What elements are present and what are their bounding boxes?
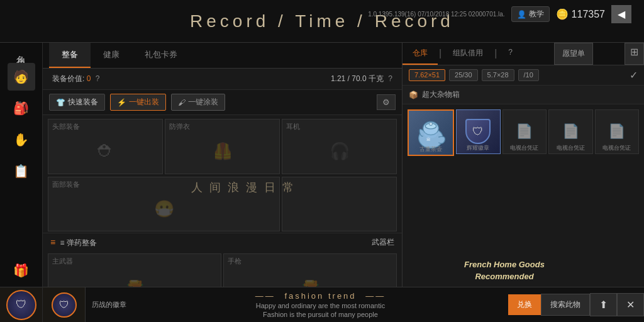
box-icon: 📦 — [409, 91, 418, 99]
vest-slot[interactable]: 防弹衣 🦺 — [165, 119, 280, 174]
inventory-tabs: 仓库 | 组队借用 | ? 愿望单 ⊞ — [402, 43, 644, 65]
inventory-section-label: 📦 超大杂物箱 — [402, 86, 644, 104]
doc-name-2: 电视台凭证 — [549, 143, 592, 153]
sidebar-icon-gift[interactable]: 🎁 — [8, 257, 35, 284]
paint-icon: 🖌 — [178, 98, 186, 107]
fashion-title-row: —— fashion trend —— — [133, 291, 508, 301]
character-icon: 🧑 — [13, 69, 29, 84]
equip-weight: 1.21 / 70.0 千克 ? — [331, 74, 392, 84]
doc-name-1: 电视台凭证 — [503, 143, 547, 153]
sidebar-icon-character[interactable]: 🧑 — [8, 63, 35, 91]
inventory-filter-row: 7.62×51 25/30 5.7×28 /10 ✓ — [402, 65, 644, 86]
doc-name-3: 电视台凭证 — [596, 143, 639, 153]
role-label: 角色 — [15, 48, 27, 53]
ammo-section-header: ≡ ≡ 弹药整备 武器栏 — [43, 233, 402, 252]
quick-equip-button[interactable]: 👕 快速装备 — [49, 94, 105, 111]
doc-icon-3: 📄 — [608, 123, 625, 140]
filter-762[interactable]: 7.62×51 — [409, 69, 445, 81]
back-button[interactable]: ◀ — [611, 5, 631, 23]
left-sidebar: 角色 🧑 🎒 ✋ 📋 🎁 🛡 — [0, 43, 43, 322]
tab-health[interactable]: 健康 — [91, 43, 132, 68]
mid-slots-row: 面部装备 😷 — [43, 175, 402, 233]
main-layout: 角色 🧑 🎒 ✋ 📋 🎁 🛡 整备 健康 礼包卡券 — [0, 43, 644, 322]
earphone-icon: 🎧 — [330, 142, 350, 161]
upload-button[interactable]: ⬆ — [590, 293, 617, 316]
list-item[interactable]: 📄 电视台凭证 — [548, 109, 593, 154]
equipment-panel: 整备 健康 礼包卡券 装备价值: 0 ? 1.21 / 70.0 千克 ? 👕 — [43, 43, 402, 322]
list-item[interactable]: 📄 电视台凭证 — [502, 109, 547, 154]
top-right-controls: 1.0.1395.139(16) 07/10/2018 12:25 020007… — [368, 5, 631, 23]
equipment-tabs: 整备 健康 礼包卡券 — [43, 43, 402, 69]
filter-2530[interactable]: 25/30 — [449, 69, 478, 81]
sidebar-icon-list[interactable]: 📋 — [8, 157, 35, 185]
bullet-icon: ≡ — [50, 237, 55, 247]
coins-display: 🪙 117357 — [556, 8, 605, 20]
sidebar-icon-bag[interactable]: 🎒 — [8, 94, 35, 122]
face-slot[interactable]: 面部装备 😷 — [48, 177, 280, 232]
svg-text:🏛: 🏛 — [426, 136, 431, 142]
wishlist-button[interactable]: 愿望单 — [554, 43, 593, 65]
badge-area[interactable]: 🛡 — [0, 287, 42, 322]
filter-check-icon[interactable]: ✓ — [630, 69, 638, 81]
badge-display[interactable]: 🛡 — [43, 287, 86, 323]
close-button[interactable]: ✕ — [617, 293, 644, 316]
fashion-desc-2: Fashion is the pursuit of many people — [133, 311, 508, 318]
quick-buttons-row: 👕 快速装备 ⚡ 一键出装 🖌 一键涂装 ⚙ — [43, 90, 402, 115]
badge-emblem: 🛡 — [6, 290, 36, 320]
settings-button[interactable]: ⚙ — [377, 94, 396, 110]
hand-icon: ✋ — [13, 132, 29, 147]
empty-slot-mid[interactable] — [282, 177, 397, 232]
earphone-slot[interactable]: 耳机 🎧 — [282, 119, 397, 174]
one-click-paint-button[interactable]: 🖌 一键涂装 — [171, 94, 225, 111]
top-slots-row: 头部装备 ⛑ 防弹衣 🦺 耳机 🎧 — [43, 115, 402, 175]
teach-icon: 👤 — [517, 10, 526, 19]
list-item[interactable]: 🛡 辉耀徽章 — [456, 109, 501, 154]
gift-icon: 🎁 — [13, 263, 29, 278]
coin-icon: 🪙 — [556, 8, 569, 20]
bottom-bar: 🛡 历战的徽章 —— fashion trend —— Happy and or… — [43, 287, 644, 322]
top-bar: Record / Time / Record 1.0.1395.139(16) … — [0, 0, 644, 43]
version-info: 1.0.1395.139(16) 07/10/2018 12:25 020007… — [368, 10, 504, 19]
filter-57[interactable]: 5.7×28 — [482, 69, 514, 81]
tab-team-borrow[interactable]: 组队借用 — [443, 43, 493, 65]
svg-point-3 — [429, 122, 432, 125]
helmet-icon: ⛑ — [97, 142, 114, 161]
fashion-info-area: —— fashion trend —— Happy and ordinary a… — [133, 291, 508, 319]
shirt-icon: 👕 — [56, 98, 65, 107]
vest-icon: 🦺 — [213, 142, 233, 161]
equip-value: 装备价值: 0 ? — [52, 74, 99, 84]
head-slot[interactable]: 头部装备 ⛑ — [48, 119, 163, 174]
badge-name-label: 历战的徽章 — [86, 300, 133, 309]
badge-icon: 🛡 — [52, 292, 77, 318]
tab-help[interactable]: ? — [498, 43, 523, 65]
doc-icon-1: 📄 — [516, 123, 533, 140]
ammo-label: ≡ ≡ 弹药整备 — [50, 237, 97, 248]
weapon-rack-label: 武器栏 — [372, 237, 394, 248]
search-item-button[interactable]: 搜索此物 — [541, 294, 590, 316]
bag-icon: 🎒 — [13, 101, 29, 116]
list-item[interactable]: 📄 电视台凭证 — [595, 109, 640, 154]
list-item[interactable]: 🏛 古董茶壶 — [408, 109, 454, 156]
face-icon: 😷 — [154, 199, 174, 219]
flash-icon: ⚡ — [117, 98, 126, 107]
filter-10[interactable]: /10 — [518, 69, 539, 81]
tab-equip[interactable]: 整备 — [49, 43, 91, 68]
sidebar-icon-hand[interactable]: ✋ — [8, 126, 35, 153]
fashion-desc-1: Happy and ordinary are the most romantic — [133, 301, 508, 311]
inventory-panel: 仓库 | 组队借用 | ? 愿望单 ⊞ 7.62×51 25/30 5.7×28… — [402, 43, 644, 322]
doc-icon-2: 📄 — [562, 123, 579, 140]
one-click-equip-button[interactable]: ⚡ 一键出装 — [110, 94, 166, 111]
teach-button[interactable]: 👤 教学 — [511, 6, 550, 22]
shield-name: 辉耀徽章 — [457, 143, 500, 153]
exchange-button[interactable]: 兑换 — [508, 294, 541, 315]
shield-icon: 🛡 — [465, 119, 491, 144]
tab-warehouse[interactable]: 仓库 — [402, 43, 438, 65]
grid-view-button[interactable]: ⊞ — [625, 43, 644, 65]
tab-card[interactable]: 礼包卡券 — [132, 43, 190, 68]
equip-stats-row: 装备价值: 0 ? 1.21 / 70.0 千克 ? — [43, 69, 402, 90]
list-icon: 📋 — [13, 164, 29, 179]
teapot-name: 古董茶壶 — [409, 144, 453, 155]
